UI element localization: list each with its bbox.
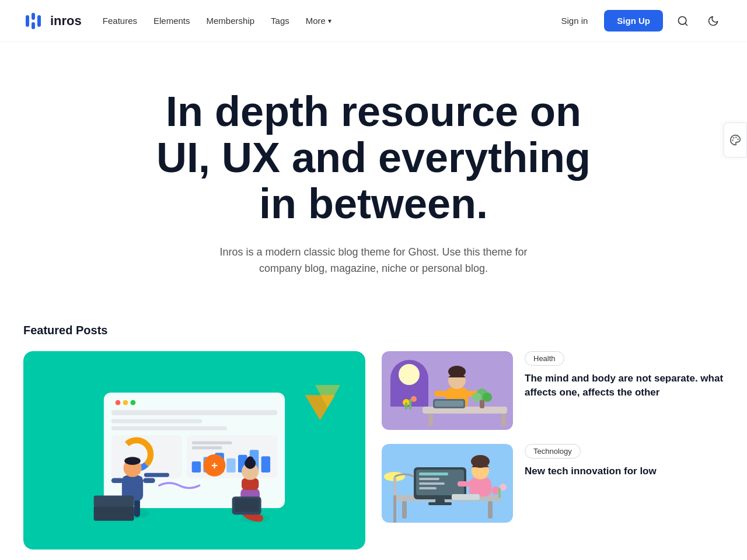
- featured-title: Featured Posts: [23, 324, 724, 337]
- big-card-image: +: [23, 351, 365, 550]
- svg-point-99: [732, 140, 733, 141]
- health-illustration: [382, 351, 513, 430]
- svg-rect-60: [428, 414, 433, 426]
- svg-point-97: [738, 139, 738, 139]
- hero-subtitle: Inros is a modern classic blog theme for…: [198, 244, 549, 278]
- right-column: Health The mind and body are not separat…: [382, 351, 724, 523]
- hero-title: In depth resource on UI, UX and everythi…: [134, 89, 613, 228]
- svg-text:+: +: [211, 459, 218, 471]
- svg-rect-45: [235, 499, 259, 512]
- dark-mode-button[interactable]: [703, 10, 724, 32]
- svg-rect-19: [192, 442, 232, 444]
- tech-card-image: [382, 444, 513, 523]
- svg-rect-14: [111, 426, 227, 430]
- palette-icon: [729, 134, 741, 146]
- featured-grid: +: [23, 351, 724, 550]
- svg-rect-92: [393, 477, 396, 495]
- svg-rect-89: [452, 494, 480, 500]
- svg-rect-58: [405, 402, 407, 410]
- search-icon: [677, 15, 689, 27]
- svg-rect-80: [428, 502, 452, 505]
- svg-point-40: [124, 457, 141, 465]
- tech-card-title: New tech innovation for low: [525, 464, 724, 478]
- svg-rect-21: [192, 461, 201, 473]
- svg-point-54: [399, 364, 420, 385]
- big-featured-card[interactable]: +: [23, 351, 365, 550]
- svg-point-10: [123, 400, 128, 405]
- navbar: inros Features Elements Membership Tags …: [0, 0, 747, 42]
- svg-rect-2: [32, 13, 35, 20]
- health-card-title: The mind and body are not separate. what…: [525, 372, 724, 400]
- svg-rect-65: [434, 391, 448, 397]
- svg-rect-12: [111, 410, 277, 415]
- nav-features[interactable]: Features: [103, 16, 137, 26]
- svg-rect-38: [144, 473, 169, 477]
- svg-point-98: [734, 138, 734, 138]
- svg-rect-24: [226, 459, 236, 473]
- nav-tags[interactable]: Tags: [271, 16, 289, 26]
- svg-rect-61: [501, 414, 506, 426]
- theme-accent-button[interactable]: [724, 123, 747, 158]
- big-card-illustration: +: [23, 351, 365, 550]
- hero-section: In depth resource on UI, UX and everythi…: [111, 42, 636, 312]
- svg-rect-36: [111, 478, 124, 484]
- svg-rect-83: [419, 482, 445, 485]
- svg-rect-4: [37, 15, 41, 27]
- svg-rect-84: [419, 487, 437, 489]
- svg-rect-34: [134, 498, 140, 517]
- svg-line-6: [685, 23, 687, 25]
- svg-point-11: [131, 400, 136, 405]
- sign-up-button[interactable]: Sign Up: [604, 10, 663, 32]
- svg-rect-3: [32, 22, 35, 29]
- svg-rect-95: [498, 488, 501, 498]
- svg-point-96: [736, 137, 736, 138]
- svg-point-56: [411, 396, 417, 402]
- health-card[interactable]: Health The mind and body are not separat…: [382, 351, 724, 430]
- svg-rect-57: [409, 399, 411, 410]
- featured-section: Featured Posts: [0, 312, 747, 560]
- tech-tag: Technology: [525, 444, 581, 459]
- tech-card[interactable]: Technology New tech innovation for low: [382, 444, 724, 523]
- svg-rect-1: [26, 15, 29, 27]
- moon-icon: [707, 15, 719, 27]
- svg-point-48: [247, 456, 254, 463]
- svg-point-64: [448, 366, 466, 377]
- tech-card-content: Technology New tech innovation for low: [525, 444, 724, 478]
- svg-rect-76: [488, 501, 493, 519]
- svg-point-87: [471, 455, 490, 468]
- nav-elements[interactable]: Elements: [153, 16, 190, 26]
- svg-rect-50: [94, 496, 134, 507]
- svg-rect-90: [393, 495, 396, 523]
- svg-rect-13: [111, 419, 202, 424]
- svg-point-93: [491, 487, 500, 495]
- svg-rect-20: [192, 446, 222, 449]
- svg-point-72: [483, 393, 492, 402]
- svg-rect-68: [435, 401, 463, 407]
- nav-left: inros Features Elements Membership Tags …: [23, 10, 331, 32]
- svg-point-71: [472, 393, 481, 402]
- logo[interactable]: inros: [23, 10, 82, 32]
- tech-illustration: [382, 444, 513, 523]
- nav-right: Sign in Sign Up: [554, 10, 724, 32]
- brand-name: inros: [50, 13, 82, 29]
- nav-membership[interactable]: Membership: [207, 16, 255, 26]
- svg-rect-85: [469, 478, 491, 496]
- health-tag: Health: [525, 351, 564, 366]
- search-button[interactable]: [672, 10, 693, 32]
- health-card-content: Health The mind and body are not separat…: [525, 351, 724, 400]
- sign-in-button[interactable]: Sign in: [554, 11, 595, 30]
- nav-links: Features Elements Membership Tags More ▾: [103, 16, 331, 26]
- svg-rect-88: [458, 481, 470, 487]
- svg-rect-75: [402, 501, 407, 519]
- svg-rect-81: [419, 473, 448, 475]
- svg-rect-82: [419, 478, 439, 480]
- svg-point-9: [116, 400, 121, 405]
- svg-rect-37: [143, 478, 155, 484]
- health-card-image: [382, 351, 513, 430]
- svg-rect-27: [261, 456, 271, 473]
- svg-rect-49: [94, 506, 134, 521]
- chevron-down-icon: ▾: [328, 17, 331, 25]
- nav-more[interactable]: More ▾: [306, 16, 331, 26]
- logo-icon: [23, 10, 44, 32]
